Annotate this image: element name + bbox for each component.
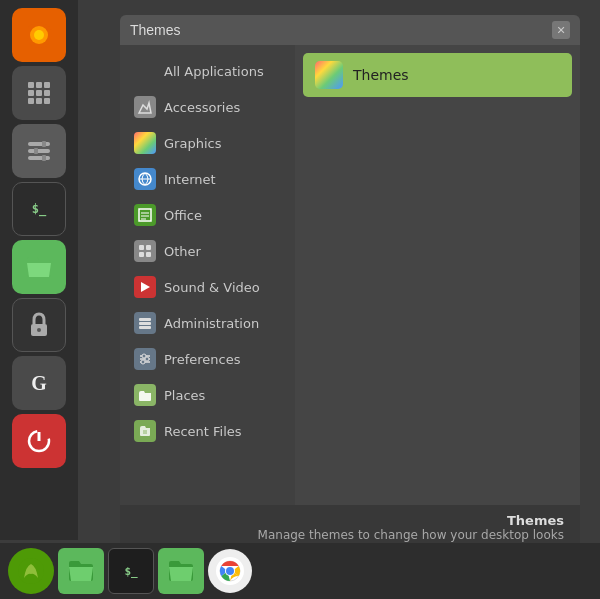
category-recent-files-label: Recent Files — [164, 424, 242, 439]
svg-point-48 — [226, 567, 234, 575]
svg-rect-12 — [28, 142, 50, 146]
svg-rect-35 — [139, 326, 151, 329]
category-preferences-label: Preferences — [164, 352, 240, 367]
app-list: Themes — [295, 45, 580, 505]
category-internet[interactable]: Internet — [120, 161, 295, 197]
category-other-label: Other — [164, 244, 201, 259]
other-icon — [134, 240, 156, 262]
svg-rect-3 — [28, 82, 34, 88]
svg-rect-4 — [36, 82, 42, 88]
svg-rect-14 — [28, 156, 50, 160]
svg-rect-29 — [146, 245, 151, 250]
category-internet-label: Internet — [164, 172, 216, 187]
category-administration[interactable]: Administration — [120, 305, 295, 341]
category-places[interactable]: Places — [120, 377, 295, 413]
sidebar-files[interactable] — [12, 240, 66, 294]
svg-rect-6 — [28, 90, 34, 96]
svg-point-41 — [141, 360, 145, 364]
svg-point-19 — [37, 328, 41, 332]
category-sound-video-label: Sound & Video — [164, 280, 260, 295]
svg-rect-30 — [139, 252, 144, 257]
sidebar-apps[interactable] — [12, 66, 66, 120]
sidebar-typora[interactable]: G — [12, 356, 66, 410]
svg-rect-33 — [139, 318, 151, 321]
content-area: All Applications Accessories Graphics — [120, 45, 580, 505]
sidebar-ui-toolkit[interactable] — [12, 124, 66, 178]
app-themes-label: Themes — [353, 67, 409, 83]
svg-rect-31 — [146, 252, 151, 257]
description-text: Manage themes to change how your desktop… — [136, 528, 564, 542]
category-preferences[interactable]: Preferences — [120, 341, 295, 377]
category-office[interactable]: Office — [120, 197, 295, 233]
svg-point-2 — [34, 30, 44, 40]
search-bar: Themes ✕ — [120, 15, 580, 45]
svg-rect-11 — [44, 98, 50, 104]
svg-rect-7 — [36, 90, 42, 96]
category-places-label: Places — [164, 388, 205, 403]
category-graphics-label: Graphics — [164, 136, 221, 151]
recent-files-icon — [134, 420, 156, 442]
category-recent-files[interactable]: Recent Files — [120, 413, 295, 449]
search-clear-button[interactable]: ✕ — [552, 21, 570, 39]
svg-rect-15 — [42, 141, 46, 147]
taskbar-mint[interactable] — [8, 548, 54, 594]
description-title: Themes — [136, 513, 564, 528]
themes-app-icon — [315, 61, 343, 89]
category-accessories[interactable]: Accessories — [120, 89, 295, 125]
internet-icon — [134, 168, 156, 190]
search-input[interactable]: Themes — [130, 22, 544, 38]
launcher-panel: Themes ✕ All Applications Accessories Gr — [120, 15, 580, 550]
svg-point-40 — [145, 357, 149, 361]
category-graphics[interactable]: Graphics — [120, 125, 295, 161]
category-all-applications[interactable]: All Applications — [120, 53, 295, 89]
svg-rect-16 — [34, 148, 38, 154]
category-administration-label: Administration — [164, 316, 259, 331]
graphics-icon — [134, 132, 156, 154]
office-icon — [134, 204, 156, 226]
category-list: All Applications Accessories Graphics — [120, 45, 295, 505]
taskbar: $_ — [0, 543, 600, 599]
administration-icon — [134, 312, 156, 334]
svg-rect-5 — [44, 82, 50, 88]
all-applications-icon — [134, 60, 156, 82]
svg-rect-34 — [139, 322, 151, 325]
svg-rect-10 — [36, 98, 42, 104]
taskbar-terminal[interactable]: $_ — [108, 548, 154, 594]
svg-rect-8 — [44, 90, 50, 96]
taskbar-files[interactable] — [58, 548, 104, 594]
category-office-label: Office — [164, 208, 202, 223]
preferences-icon — [134, 348, 156, 370]
taskbar-files2[interactable] — [158, 548, 204, 594]
taskbar-chromium[interactable] — [208, 549, 252, 593]
accessories-icon — [134, 96, 156, 118]
sidebar-power[interactable] — [12, 414, 66, 468]
sidebar-lock[interactable] — [12, 298, 66, 352]
app-themes[interactable]: Themes — [303, 53, 572, 97]
sidebar: $_ G — [0, 0, 78, 540]
places-icon — [134, 384, 156, 406]
category-other[interactable]: Other — [120, 233, 295, 269]
svg-rect-9 — [28, 98, 34, 104]
sidebar-firefox[interactable] — [12, 8, 66, 62]
svg-rect-17 — [42, 155, 46, 161]
category-sound-video[interactable]: Sound & Video — [120, 269, 295, 305]
category-accessories-label: Accessories — [164, 100, 240, 115]
sidebar-terminal[interactable]: $_ — [12, 182, 66, 236]
svg-rect-13 — [28, 149, 50, 153]
category-all-applications-label: All Applications — [164, 64, 264, 79]
sound-video-icon — [134, 276, 156, 298]
svg-rect-28 — [139, 245, 144, 250]
svg-marker-32 — [141, 282, 150, 292]
